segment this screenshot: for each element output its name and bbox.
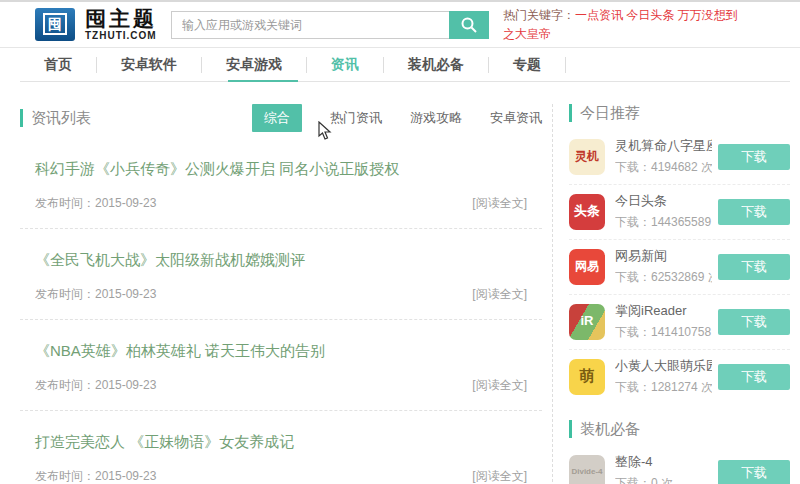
app-download-count: 下载：141410758 次	[615, 324, 712, 341]
nav-bottom-line	[20, 81, 790, 82]
app-name[interactable]: 小黄人大眼萌乐园	[615, 357, 712, 375]
article-meta: 发布时间：2015-09-23 [阅读全文]	[35, 286, 527, 303]
search-button[interactable]	[449, 11, 489, 39]
essentials-title: 装机必备	[569, 420, 790, 438]
nav-item-android-games[interactable]: 安卓游戏	[202, 48, 306, 81]
filter-all[interactable]: 综合	[252, 104, 302, 132]
logo-text: 囤主题 TZHUTI.COM	[85, 8, 157, 41]
app-row: Divide-4 整除-4 下载：0 次 下载	[569, 446, 790, 484]
app-info: 灵机算命八字星座解梦风 下载：4194682 次	[615, 137, 712, 176]
app-name[interactable]: 网易新闻	[615, 247, 712, 265]
app-icon-toutiao[interactable]: 头条	[569, 194, 605, 230]
news-column: 资讯列表 综合 热门资讯 游戏攻略 安卓资讯 科幻手游《小兵传奇》公测火爆开启 …	[20, 104, 552, 484]
app-info: 小黄人大眼萌乐园 下载：1281274 次	[615, 357, 712, 396]
article-date: 发布时间：2015-09-23	[35, 377, 156, 394]
article-row: 《全民飞机大战》太阳级新战机嫦娥测评 发布时间：2015-09-23 [阅读全文…	[20, 229, 542, 320]
header: 囤 囤主题 TZHUTI.COM 热门关键字：一点资讯 今日头条 万万没想到之大…	[0, 2, 800, 48]
logo-icon-char: 囤	[43, 13, 67, 35]
app-name[interactable]: 灵机算命八字星座解梦风	[615, 137, 712, 155]
today-recommend-section: 今日推荐 灵机 灵机算命八字星座解梦风 下载：4194682 次 下载 头条	[569, 104, 790, 404]
read-more-link[interactable]: [阅读全文]	[472, 377, 527, 394]
app-download-count: 下载：144365589 次	[615, 214, 712, 231]
search-input[interactable]	[171, 11, 449, 39]
app-download-count: 下载：0 次	[615, 475, 712, 484]
app-info: 整除-4 下载：0 次	[615, 453, 712, 484]
site-logo[interactable]: 囤 囤主题 TZHUTI.COM	[35, 8, 157, 41]
app-download-count: 下载：62532869 次	[615, 269, 712, 286]
article-title[interactable]: 打造完美恋人 《正妹物语》女友养成记	[35, 433, 527, 452]
app-name[interactable]: 掌阅iReader	[615, 302, 712, 320]
today-recommend-title: 今日推荐	[569, 104, 790, 122]
download-button[interactable]: 下载	[718, 254, 790, 280]
nav-item-news-active[interactable]: 资讯	[307, 48, 383, 81]
article-row: 打造完美恋人 《正妹物语》女友养成记 发布时间：2015-09-23 [阅读全文…	[20, 411, 542, 484]
nav-active-underline	[228, 80, 298, 82]
article-title[interactable]: 《NBA英雄》柏林英雄礼 诺天王伟大的告别	[35, 342, 527, 361]
hot-keywords: 热门关键字：一点资讯 今日头条 万万没想到之大皇帝	[503, 6, 739, 43]
article-date: 发布时间：2015-09-23	[35, 468, 156, 484]
news-list-header: 资讯列表 综合 热门资讯 游戏攻略 安卓资讯	[20, 104, 542, 132]
app-row: 萌 小黄人大眼萌乐园 下载：1281274 次 下载	[569, 350, 790, 404]
app-name[interactable]: 整除-4	[615, 453, 712, 471]
page: 囤 囤主题 TZHUTI.COM 热门关键字：一点资讯 今日头条 万万没想到之大…	[0, 0, 800, 484]
read-more-link[interactable]: [阅读全文]	[472, 468, 527, 484]
article-row: 《NBA英雄》柏林英雄礼 诺天王伟大的告别 发布时间：2015-09-23 [阅…	[20, 320, 542, 411]
main-content: 资讯列表 综合 热门资讯 游戏攻略 安卓资讯 科幻手游《小兵传奇》公测火爆开启 …	[0, 82, 800, 484]
news-filters: 综合 热门资讯 游戏攻略 安卓资讯	[252, 104, 542, 132]
article-date: 发布时间：2015-09-23	[35, 286, 156, 303]
nav-item-home[interactable]: 首页	[20, 48, 96, 81]
article-row: 科幻手游《小兵传奇》公测火爆开启 同名小说正版授权 发布时间：2015-09-2…	[20, 138, 542, 229]
hot-keywords-label: 热门关键字：	[503, 8, 575, 22]
download-button[interactable]: 下载	[718, 364, 790, 390]
filter-game-guides[interactable]: 游戏攻略	[410, 109, 462, 127]
nav-item-essentials[interactable]: 装机必备	[384, 48, 488, 81]
site-subtitle: TZHUTI.COM	[85, 30, 157, 41]
article-title[interactable]: 《全民飞机大战》太阳级新战机嫦娥测评	[35, 251, 527, 270]
app-info: 今日头条 下载：144365589 次	[615, 192, 712, 231]
download-button[interactable]: 下载	[718, 144, 790, 170]
filter-android-news[interactable]: 安卓资讯	[490, 109, 542, 127]
search-bar	[171, 11, 489, 39]
download-button[interactable]: 下载	[718, 199, 790, 225]
app-icon-minions[interactable]: 萌	[569, 359, 605, 395]
download-button[interactable]: 下载	[718, 309, 790, 335]
nav-item-android-software[interactable]: 安卓软件	[97, 48, 201, 81]
app-row: iR 掌阅iReader 下载：141410758 次 下载	[569, 295, 790, 350]
app-icon-divide4[interactable]: Divide-4	[569, 455, 605, 484]
nav-divider	[565, 57, 566, 73]
search-icon	[460, 16, 478, 34]
app-download-count: 下载：4194682 次	[615, 159, 712, 176]
app-icon-netease-news[interactable]: 网易	[569, 249, 605, 285]
news-list-title: 资讯列表	[20, 109, 91, 127]
app-row: 网易 网易新闻 下载：62532869 次 下载	[569, 240, 790, 295]
download-button[interactable]: 下载	[718, 460, 790, 484]
app-list: Divide-4 整除-4 下载：0 次 下载 BesTV BesTV 下载：1…	[569, 446, 790, 484]
article-title[interactable]: 科幻手游《小兵传奇》公测火爆开启 同名小说正版授权	[35, 160, 527, 179]
logo-icon: 囤	[35, 8, 75, 41]
article-date: 发布时间：2015-09-23	[35, 195, 156, 212]
app-icon-lingji[interactable]: 灵机	[569, 139, 605, 175]
article-meta: 发布时间：2015-09-23 [阅读全文]	[35, 195, 527, 212]
app-list: 灵机 灵机算命八字星座解梦风 下载：4194682 次 下载 头条 今日头条 下…	[569, 130, 790, 404]
app-info: 掌阅iReader 下载：141410758 次	[615, 302, 712, 341]
app-download-count: 下载：1281274 次	[615, 379, 712, 396]
nav-item-topics[interactable]: 专题	[489, 48, 565, 81]
app-name[interactable]: 今日头条	[615, 192, 712, 210]
nav-items: 首页 安卓软件 安卓游戏 资讯 装机必备 专题	[0, 48, 800, 81]
article-meta: 发布时间：2015-09-23 [阅读全文]	[35, 377, 527, 394]
app-info: 网易新闻 下载：62532869 次	[615, 247, 712, 286]
filter-hot-news[interactable]: 热门资讯	[330, 109, 382, 127]
main-nav: 首页 安卓软件 安卓游戏 资讯 装机必备 专题	[0, 48, 800, 82]
app-row: 头条 今日头条 下载：144365589 次 下载	[569, 185, 790, 240]
app-row: 灵机 灵机算命八字星座解梦风 下载：4194682 次 下载	[569, 130, 790, 185]
read-more-link[interactable]: [阅读全文]	[472, 286, 527, 303]
app-icon-ireader[interactable]: iR	[569, 304, 605, 340]
sidebar: 今日推荐 灵机 灵机算命八字星座解梦风 下载：4194682 次 下载 头条	[552, 104, 790, 484]
read-more-link[interactable]: [阅读全文]	[472, 195, 527, 212]
site-title: 囤主题	[85, 8, 157, 30]
essentials-section: 装机必备 Divide-4 整除-4 下载：0 次 下载 BesTV BesT	[569, 420, 790, 484]
article-meta: 发布时间：2015-09-23 [阅读全文]	[35, 468, 527, 484]
article-list: 科幻手游《小兵传奇》公测火爆开启 同名小说正版授权 发布时间：2015-09-2…	[20, 138, 542, 484]
